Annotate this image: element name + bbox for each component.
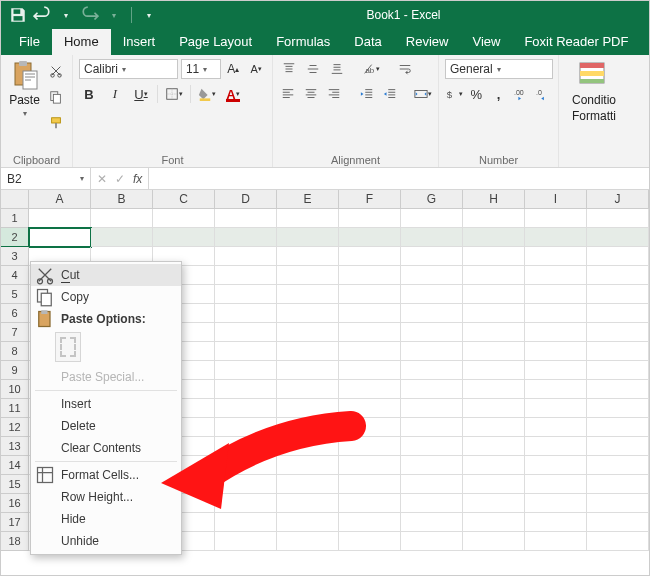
underline-button[interactable]: U▾ bbox=[131, 84, 151, 104]
cell[interactable] bbox=[401, 494, 463, 513]
cell[interactable] bbox=[401, 418, 463, 437]
cell[interactable] bbox=[587, 494, 649, 513]
cell[interactable] bbox=[339, 323, 401, 342]
row-header[interactable]: 4 bbox=[1, 266, 29, 285]
decrease-decimal-icon[interactable]: .0 bbox=[534, 84, 552, 104]
cell[interactable] bbox=[277, 228, 339, 247]
cell[interactable] bbox=[339, 304, 401, 323]
tab-data[interactable]: Data bbox=[342, 29, 393, 55]
cell[interactable] bbox=[153, 209, 215, 228]
redo-dropdown[interactable]: ▾ bbox=[105, 6, 123, 24]
row-header[interactable]: 10 bbox=[1, 380, 29, 399]
row-header[interactable]: 14 bbox=[1, 456, 29, 475]
cell[interactable] bbox=[525, 247, 587, 266]
conditional-formatting-button[interactable]: Conditio Formatti bbox=[565, 59, 623, 123]
cell[interactable] bbox=[215, 228, 277, 247]
cell[interactable] bbox=[401, 456, 463, 475]
cell[interactable] bbox=[587, 209, 649, 228]
cell[interactable] bbox=[525, 399, 587, 418]
cell[interactable] bbox=[339, 494, 401, 513]
col-header-H[interactable]: H bbox=[463, 190, 525, 209]
cell[interactable] bbox=[215, 456, 277, 475]
cell[interactable] bbox=[29, 209, 91, 228]
cell[interactable] bbox=[525, 513, 587, 532]
cell[interactable] bbox=[587, 532, 649, 551]
decrease-font-icon[interactable]: A▾ bbox=[246, 59, 266, 79]
cell[interactable] bbox=[277, 380, 339, 399]
cell[interactable] bbox=[587, 456, 649, 475]
cell[interactable] bbox=[339, 361, 401, 380]
cell[interactable] bbox=[277, 437, 339, 456]
cell[interactable] bbox=[525, 418, 587, 437]
cell[interactable] bbox=[401, 532, 463, 551]
menu-unhide[interactable]: Unhide bbox=[31, 530, 181, 552]
menu-row-height[interactable]: Row Height... bbox=[31, 486, 181, 508]
cell[interactable] bbox=[215, 380, 277, 399]
row-header[interactable]: 6 bbox=[1, 304, 29, 323]
cell[interactable] bbox=[401, 323, 463, 342]
cell[interactable] bbox=[277, 209, 339, 228]
cell[interactable] bbox=[463, 494, 525, 513]
cell[interactable] bbox=[401, 399, 463, 418]
row-header[interactable]: 5 bbox=[1, 285, 29, 304]
row-header[interactable]: 2 bbox=[1, 228, 29, 247]
row-header[interactable]: 16 bbox=[1, 494, 29, 513]
row-header[interactable]: 12 bbox=[1, 418, 29, 437]
cell[interactable] bbox=[587, 285, 649, 304]
cell[interactable] bbox=[401, 475, 463, 494]
align-left-icon[interactable] bbox=[279, 84, 298, 104]
cell[interactable] bbox=[463, 266, 525, 285]
align-top-icon[interactable] bbox=[279, 59, 299, 79]
row-header[interactable]: 8 bbox=[1, 342, 29, 361]
cell[interactable] bbox=[339, 342, 401, 361]
row-header[interactable]: 7 bbox=[1, 323, 29, 342]
tab-page-layout[interactable]: Page Layout bbox=[167, 29, 264, 55]
cell[interactable] bbox=[463, 475, 525, 494]
menu-clear-contents[interactable]: Clear Contents bbox=[31, 437, 181, 459]
cell[interactable] bbox=[401, 361, 463, 380]
cell[interactable] bbox=[587, 342, 649, 361]
cell[interactable] bbox=[587, 304, 649, 323]
menu-copy[interactable]: Copy bbox=[31, 286, 181, 308]
cell[interactable] bbox=[277, 418, 339, 437]
cell[interactable] bbox=[215, 399, 277, 418]
cell[interactable] bbox=[401, 304, 463, 323]
cell[interactable] bbox=[525, 342, 587, 361]
cell[interactable] bbox=[401, 513, 463, 532]
cell[interactable] bbox=[215, 209, 277, 228]
cell[interactable] bbox=[587, 475, 649, 494]
copy-icon[interactable] bbox=[46, 87, 66, 107]
cell[interactable] bbox=[215, 247, 277, 266]
col-header-F[interactable]: F bbox=[339, 190, 401, 209]
cell[interactable] bbox=[339, 513, 401, 532]
cell[interactable] bbox=[463, 399, 525, 418]
cell[interactable] bbox=[587, 266, 649, 285]
cell[interactable] bbox=[463, 418, 525, 437]
tab-foxit[interactable]: Foxit Reader PDF bbox=[512, 29, 640, 55]
cell[interactable] bbox=[339, 285, 401, 304]
orientation-icon[interactable]: ab▾ bbox=[361, 59, 381, 79]
cell[interactable] bbox=[215, 437, 277, 456]
cell[interactable] bbox=[339, 532, 401, 551]
cell[interactable] bbox=[277, 342, 339, 361]
col-header-A[interactable]: A bbox=[29, 190, 91, 209]
cell[interactable] bbox=[339, 266, 401, 285]
increase-indent-icon[interactable] bbox=[380, 84, 399, 104]
row-header[interactable]: 11 bbox=[1, 399, 29, 418]
cell[interactable] bbox=[401, 342, 463, 361]
name-box[interactable]: B2▾ bbox=[1, 168, 91, 189]
borders-button[interactable]: ▾ bbox=[164, 84, 184, 104]
undo-dropdown[interactable]: ▾ bbox=[57, 6, 75, 24]
cell[interactable] bbox=[277, 266, 339, 285]
cell[interactable] bbox=[587, 418, 649, 437]
tab-home[interactable]: Home bbox=[52, 29, 111, 55]
menu-format-cells[interactable]: Format Cells... bbox=[31, 464, 181, 486]
cell[interactable] bbox=[91, 209, 153, 228]
cell[interactable] bbox=[277, 532, 339, 551]
font-color-button[interactable]: A▾ bbox=[223, 84, 243, 104]
col-header-J[interactable]: J bbox=[587, 190, 649, 209]
cell[interactable] bbox=[463, 228, 525, 247]
row-header[interactable]: 17 bbox=[1, 513, 29, 532]
cell[interactable] bbox=[525, 475, 587, 494]
row-header[interactable]: 3 bbox=[1, 247, 29, 266]
